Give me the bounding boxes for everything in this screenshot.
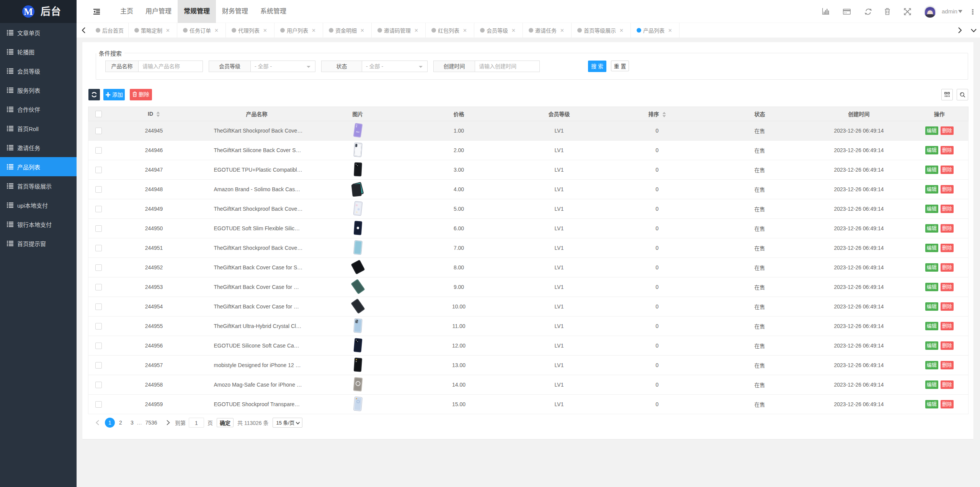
svg-text:A54: A54 [356, 130, 359, 133]
